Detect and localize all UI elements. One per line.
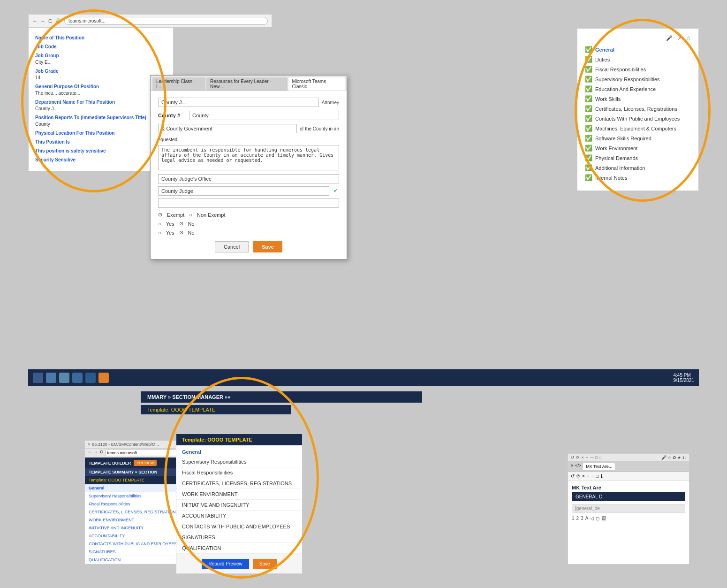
taskbar-icon-5[interactable] <box>85 373 96 383</box>
undo-icon[interactable]: ↺ <box>571 473 575 479</box>
pbl-nav-work-env[interactable]: WORK ENVIRONMENT <box>85 516 185 524</box>
toolbar2-image[interactable]: 🖼 <box>601 516 606 521</box>
pbc-action-buttons: Rebuild Preview Save <box>176 554 302 573</box>
check-icon-general: ✅ <box>585 46 592 53</box>
pbc-item-qualification[interactable]: QUALIFICATION <box>176 543 302 554</box>
modal-textarea[interactable]: The incumbent is responsible for handlin… <box>158 145 339 170</box>
rebuild-preview-button[interactable]: Rebuild Preview <box>202 559 249 569</box>
taskbar-icon-2[interactable] <box>46 373 56 383</box>
tab-resources[interactable]: Resources for Every Leader - New... <box>206 77 287 91</box>
pbc-item-contacts[interactable]: CONTACTS WITH PUBLIC AND EMPLOYEES <box>176 521 302 532</box>
pbr-browser-bar: ↺ ⟳ × + — □ ○ 🎤 ☆ ✿ ★ ℹ : <box>568 454 689 462</box>
pbr-close-icon[interactable]: × <box>582 455 584 460</box>
pbr-add-icon[interactable]: + <box>586 455 588 460</box>
checklist-item-fiscal: ✅ Fiscal Responsibilities <box>585 66 691 73</box>
check-icon-machines: ✅ <box>585 125 592 132</box>
pbc-item-fiscal[interactable]: Fiscal Responsibilities <box>176 467 302 478</box>
checklist-panel: 🎤 ↗ ☆ ✅ General ✅ Duties ✅ Fiscal Respon… <box>577 28 699 191</box>
pbc-item-work-env[interactable]: WORK ENVIRONMENT <box>176 489 302 500</box>
preview-text-area[interactable] <box>572 523 685 560</box>
input-dept[interactable] <box>158 174 339 183</box>
nav-forward[interactable]: → <box>40 18 45 24</box>
checklist-item-work-env: ✅ Work Environment <box>585 145 691 152</box>
pbr-toolbar: ↺ ⟳ × + − □ ℹ <box>568 472 689 481</box>
redo-icon[interactable]: ⟳ <box>576 473 580 479</box>
checklist-item-general: ✅ General <box>585 46 691 53</box>
pbc-item-initiative[interactable]: INITIATIVE AND INGENUITY <box>176 500 302 511</box>
pbl-nav-qualification[interactable]: QUALIFICATION <box>85 556 185 564</box>
pbl-nav-general[interactable]: General <box>85 484 185 492</box>
pbl-nav-supervisory[interactable]: Supervisory Responsibilities <box>85 492 185 500</box>
pbl-nav-bar: ← → C teams.microsoft... <box>85 449 185 458</box>
pbc-item-supervisory[interactable]: Supervisory Responsibilities <box>176 457 302 467</box>
pbr-tab-mk[interactable]: MK Text Are... <box>583 463 615 470</box>
toolbar2-back[interactable]: ◁ <box>590 516 594 521</box>
check-icon-duties: ✅ <box>585 56 592 63</box>
pbl-header: TEMPLATE BUILDER PREVIEW <box>85 458 185 468</box>
check-icon-work-skills: ✅ <box>585 95 592 102</box>
preview-panel: ↺ ⟳ × + — □ ○ 🎤 ☆ ✿ ★ ℹ : × </> MK Text … <box>568 453 689 565</box>
taskbar-icon-1[interactable] <box>33 373 43 383</box>
share-icon: ↗ <box>677 35 682 41</box>
info-icon[interactable]: ℹ <box>601 473 603 479</box>
pbr-toolbar-close[interactable]: × <box>582 473 585 479</box>
pbl-nav-accountability[interactable]: ACCOUNTABILITY <box>85 532 185 540</box>
taskbar-icon-6[interactable] <box>98 373 109 383</box>
square-icon[interactable]: □ <box>596 473 599 479</box>
input-county-gov[interactable] <box>158 124 297 133</box>
tab-teams[interactable]: Microsoft Teams Classic <box>288 77 345 91</box>
pbl-close-icon[interactable]: × <box>88 442 90 447</box>
pbc-item-certs[interactable]: CERTIFICATES, LICENSES, REGISTRATIONS <box>176 478 302 489</box>
pbl-section-title: TEMPLATE SUMMARY » SECTION <box>85 468 185 476</box>
minus-icon[interactable]: − <box>591 473 594 479</box>
pbl-nav-fiscal[interactable]: Fiscal Responsibilities <box>85 500 185 508</box>
pbl-nav-contacts[interactable]: CONTACTS WITH PUBLIC AND EMPLOYEES <box>85 540 185 548</box>
input-extra[interactable] <box>158 199 339 208</box>
input-attorney[interactable] <box>158 98 319 107</box>
section-save-button[interactable]: Save <box>253 559 277 569</box>
toolbar2-3[interactable]: 3 <box>581 516 583 521</box>
preview-title: MK Text Are <box>572 485 685 490</box>
pbc-item-accountability[interactable]: ACCOUNTABILITY <box>176 511 302 521</box>
toolbar2-1[interactable]: 1 <box>572 516 575 521</box>
toolbar2-A[interactable]: A <box>585 516 589 521</box>
modal-dialog: Leadership Class - L... Resources for Ev… <box>150 75 347 260</box>
field-job-group: Job Group City E... <box>35 53 167 65</box>
reload[interactable]: C <box>48 18 52 24</box>
checklist-item-work-skills: ✅ Work Skills <box>585 95 691 102</box>
pbl-nav-certs[interactable]: CERTIFICATES, LICENSES, REGISTRATIONS <box>85 508 185 516</box>
tab-leadership[interactable]: Leadership Class - L... <box>152 77 205 91</box>
pbl-nav-signatures[interactable]: SIGNATURES <box>85 548 185 556</box>
toolbar2-square[interactable]: ◻ <box>596 516 599 521</box>
input-title[interactable] <box>158 186 329 196</box>
screenshot-container: ← → C 🔒 teams.microsoft... Name of This … <box>0 0 727 588</box>
modal-tab-bar: Leadership Class - L... Resources for Ev… <box>151 76 347 91</box>
check-icon-physical: ✅ <box>585 154 592 161</box>
check-icon-certs: ✅ <box>585 105 592 112</box>
nav-back[interactable]: ← <box>32 18 38 24</box>
lock-icon: 🔒 <box>55 18 61 24</box>
pbl-nav-initiative[interactable]: INITIATIVE AND INGENUITY <box>85 524 185 532</box>
toolbar2-2[interactable]: 2 <box>576 516 579 521</box>
checklist-item-education: ✅ Education And Experience <box>585 85 691 92</box>
url-bar[interactable]: teams.microsoft... <box>64 17 268 25</box>
field-physical-location: Physical Location For This Position <box>35 130 167 136</box>
plus-icon[interactable]: + <box>587 473 590 479</box>
preview-button[interactable]: PREVIEW <box>134 460 157 466</box>
field-general-purpose: General Purpose Of Position The incu... … <box>35 84 167 96</box>
save-button[interactable]: Save <box>253 241 282 252</box>
pbc-section-general: General <box>176 445 302 457</box>
modal-radio-yes1: ○ Yes ⊙ No <box>158 221 339 227</box>
field-name-of-position: Name of This Position <box>35 35 167 40</box>
input-county[interactable] <box>189 111 339 120</box>
check-icon-software: ✅ <box>585 135 592 142</box>
field-this-position-is: This Position Is <box>35 139 167 145</box>
modal-radio-exempt: ⊙ Exempt ○ Non Exempt <box>158 212 339 218</box>
pbc-item-signatures[interactable]: SIGNATURES <box>176 532 302 543</box>
cancel-button[interactable]: Cancel <box>215 241 249 252</box>
checklist-item-machines: ✅ Machines, Equipment & Computers <box>585 125 691 132</box>
taskbar-icon-3[interactable] <box>59 373 69 383</box>
pbc-template-header: Template: OOOO TEMPLATE <box>176 434 302 445</box>
checklist-item-additional: ✅ Additional Information <box>585 164 691 171</box>
taskbar-icon-4[interactable] <box>72 373 83 383</box>
